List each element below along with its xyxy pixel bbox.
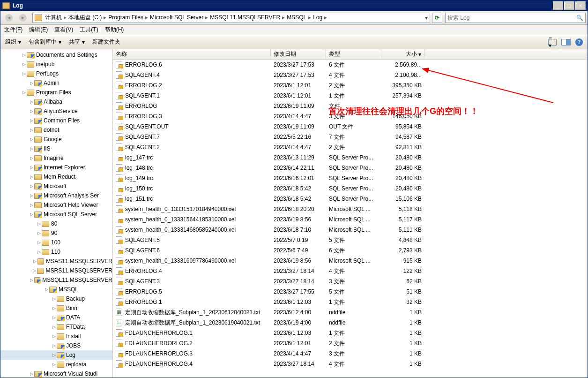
- breadcrumb-segment[interactable]: 计算机: [45, 14, 62, 21]
- breadcrumb-segment[interactable]: MSSQL: [287, 14, 306, 21]
- refresh-button[interactable]: ⟳: [432, 13, 442, 23]
- back-button[interactable]: ◄: [2, 12, 15, 23]
- breadcrumb-segment[interactable]: Log: [313, 14, 322, 21]
- tree-item[interactable]: ▷Microsoft: [0, 181, 112, 191]
- preview-pane-button[interactable]: [561, 39, 571, 45]
- tree-item[interactable]: ▷Alibaba: [0, 97, 112, 106]
- file-row[interactable]: SQLAGENT.72022/5/5 22:167 文件94,587 KB: [113, 132, 588, 142]
- file-row[interactable]: FDLAUNCHERRORLOG.12023/6/1 12:031 文件1 KB: [113, 328, 588, 338]
- tree-item[interactable]: ▷MSSQL11.MSSQLSERVER: [0, 275, 112, 285]
- folder-tree[interactable]: ▷Documents and Settings▷inetpub▷PerfLogs…: [0, 49, 113, 378]
- chevron-right-icon[interactable]: ▸: [64, 14, 67, 21]
- file-row[interactable]: system_health_0_133315644185310000.xel20…: [113, 214, 588, 225]
- tree-item[interactable]: ▷inetpub: [0, 60, 112, 69]
- file-row[interactable]: SQLAGENT.OUT2023/6/19 11:09OUT 文件95,854 …: [113, 121, 588, 132]
- chevron-right-icon[interactable]: ▸: [205, 14, 208, 21]
- organize-button[interactable]: 组织 ▾: [5, 38, 21, 46]
- chevron-right-icon[interactable]: ▸: [308, 14, 311, 21]
- file-row[interactable]: 定期自动收缩数据库_Subplan_1_20230619040021.txt20…: [113, 318, 588, 328]
- file-list-body[interactable]: 首次清理往往会清理出几个G的空间！！ ERRORLOG.62023/3/27 1…: [113, 60, 588, 378]
- tree-item[interactable]: ▷Documents and Settings: [0, 50, 112, 60]
- file-row[interactable]: ERRORLOG.52023/3/27 17:555 文件51 KB: [113, 287, 588, 297]
- chevron-right-icon[interactable]: ▸: [282, 14, 285, 21]
- breadcrumb-segment[interactable]: MSSQL11.MSSQLSERVER: [210, 14, 280, 21]
- tree-item[interactable]: ▷JOBS: [0, 341, 112, 350]
- file-row[interactable]: ERRORLOG.32023/4/14 4:473 文件146,050 KB: [113, 111, 588, 121]
- tree-item[interactable]: ▷Microsoft Analysis Ser: [0, 191, 112, 200]
- breadcrumb-segment[interactable]: Microsoft SQL Server: [150, 14, 203, 21]
- file-row[interactable]: ERRORLOG.12023/6/1 12:031 文件32 KB: [113, 297, 588, 307]
- tree-item[interactable]: ▷Microsoft Visual Studi: [0, 369, 112, 378]
- file-row[interactable]: log_148.trc2023/6/14 22:11SQL Server Pro…: [113, 163, 588, 173]
- tree-item[interactable]: ▷Program Files: [0, 88, 112, 97]
- tree-item[interactable]: ▷PerfLogs: [0, 69, 112, 78]
- tree-item[interactable]: ▷AliyunService: [0, 106, 112, 116]
- tree-item[interactable]: ▷MSAS11.MSSQLSERVER: [0, 257, 112, 266]
- tree-item[interactable]: ▷Log: [0, 350, 112, 360]
- file-row[interactable]: 定期自动收缩数据库_Subplan_1_20230612040021.txt20…: [113, 307, 588, 318]
- tree-item[interactable]: ▷90: [0, 228, 112, 238]
- menu-edit[interactable]: 编辑(E): [29, 26, 48, 34]
- file-row[interactable]: SQLAGENT.22023/4/14 4:472 文件92,811 KB: [113, 142, 588, 152]
- file-row[interactable]: system_health_0_133315170184940000.xel20…: [113, 204, 588, 214]
- forward-button[interactable]: ►: [16, 12, 30, 23]
- breadcrumb-bar[interactable]: 计算机▸本地磁盘 (C:)▸Program Files▸Microsoft SQ…: [32, 13, 430, 23]
- tree-item[interactable]: ▷80: [0, 219, 112, 228]
- search-icon[interactable]: 🔍: [576, 15, 583, 21]
- tree-item[interactable]: ▷MSRS11.MSSQLSERVER: [0, 266, 112, 275]
- menu-help[interactable]: 帮助(H): [105, 26, 124, 34]
- column-date[interactable]: 修改日期: [271, 49, 326, 59]
- file-row[interactable]: log_147.trc2023/6/13 11:29SQL Server Pro…: [113, 152, 588, 163]
- menu-view[interactable]: 查看(V): [54, 26, 73, 34]
- tree-item[interactable]: ▷MSSQL: [0, 285, 112, 294]
- file-row[interactable]: SQLAGENT.62022/5/6 7:496 文件2,793 KB: [113, 245, 588, 256]
- file-row[interactable]: log_150.trc2023/6/18 5:42SQL Server Pro.…: [113, 183, 588, 194]
- menu-tools[interactable]: 工具(T): [80, 26, 98, 34]
- tree-item[interactable]: ▷Backup: [0, 294, 112, 303]
- file-row[interactable]: FDLAUNCHERRORLOG.32023/4/14 4:473 文件1 KB: [113, 348, 588, 359]
- newfolder-button[interactable]: 新建文件夹: [92, 38, 120, 46]
- file-row[interactable]: SQLAGENT.12023/6/1 12:011 文件257,394 KB: [113, 91, 588, 101]
- file-row[interactable]: ERRORLOG2023/6/19 11:09文件: [113, 101, 588, 111]
- breadcrumb-segment[interactable]: 本地磁盘 (C:): [68, 14, 102, 21]
- tree-item[interactable]: ▷Common Files: [0, 116, 112, 125]
- chevron-right-icon[interactable]: ▸: [145, 14, 148, 21]
- file-row[interactable]: log_149.trc2023/6/16 12:01SQL Server Pro…: [113, 173, 588, 183]
- file-row[interactable]: system_health_0_133316097786490000.xel20…: [113, 256, 588, 266]
- menu-file[interactable]: 文件(F): [4, 26, 22, 34]
- tree-item[interactable]: ▷Microsoft SQL Server: [0, 210, 112, 219]
- tree-item[interactable]: ▷Binn: [0, 303, 112, 313]
- tree-item[interactable]: ▷100: [0, 238, 112, 247]
- breadcrumb-segment[interactable]: Program Files: [108, 14, 143, 21]
- file-row[interactable]: SQLAGENT.52022/5/7 0:195 文件4,848 KB: [113, 235, 588, 245]
- help-icon[interactable]: ?: [575, 38, 583, 46]
- tree-item[interactable]: ▷110: [0, 247, 112, 257]
- tree-item[interactable]: ▷Imagine: [0, 153, 112, 163]
- file-row[interactable]: FDLAUNCHERRORLOG.42023/3/27 18:144 文件1 K…: [113, 359, 588, 369]
- column-type[interactable]: 类型: [326, 49, 382, 59]
- file-row[interactable]: FDLAUNCHERRORLOG.22023/6/1 12:012 文件1 KB: [113, 338, 588, 348]
- tree-item[interactable]: ▷IIS: [0, 144, 112, 153]
- tree-item[interactable]: ▷Microsoft Help Viewer: [0, 200, 112, 210]
- maximize-button[interactable]: □: [564, 1, 574, 10]
- search-box[interactable]: 🔍: [445, 13, 586, 23]
- tree-item[interactable]: ▷dotnet: [0, 125, 112, 135]
- file-row[interactable]: ERRORLOG.62023/3/27 17:536 文件2,569,89...: [113, 60, 588, 70]
- include-button[interactable]: 包含到库中 ▾: [29, 38, 61, 46]
- file-row[interactable]: SQLAGENT.32023/3/27 18:143 文件62 KB: [113, 276, 588, 287]
- view-mode-button[interactable]: ≡ ▾: [548, 39, 557, 45]
- search-input[interactable]: [447, 15, 576, 21]
- file-row[interactable]: system_health_0_133314680585240000.xel20…: [113, 225, 588, 235]
- tree-item[interactable]: ▷Install: [0, 332, 112, 341]
- tree-item[interactable]: ▷repldata: [0, 360, 112, 369]
- file-row[interactable]: ERRORLOG.42023/3/27 18:144 文件122 KB: [113, 266, 588, 276]
- tree-item[interactable]: ▷Mem Reduct: [0, 172, 112, 181]
- chevron-right-icon[interactable]: ▸: [104, 14, 106, 21]
- tree-item[interactable]: ▷Admin: [0, 78, 112, 88]
- column-size[interactable]: 大小 ▾: [382, 49, 424, 59]
- share-button[interactable]: 共享 ▾: [69, 38, 85, 46]
- tree-item[interactable]: ▷Internet Explorer: [0, 163, 112, 172]
- file-row[interactable]: SQLAGENT.42023/3/27 17:534 文件2,100,98...: [113, 70, 588, 80]
- tree-item[interactable]: ▷DATA: [0, 313, 112, 322]
- tree-item[interactable]: ▷FTData: [0, 322, 112, 332]
